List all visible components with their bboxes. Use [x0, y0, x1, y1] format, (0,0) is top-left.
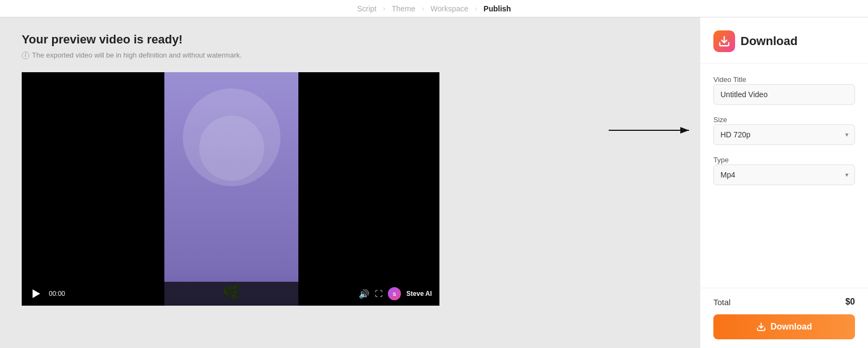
nav-chevron-2: ›: [422, 5, 424, 12]
time-display: 00:00: [49, 290, 65, 298]
main-layout: Your preview video is ready! i The expor…: [0, 17, 868, 348]
nav-workspace-label: Workspace: [431, 4, 469, 13]
preview-subtitle-text: The exported video will be in high defin…: [32, 51, 242, 59]
nav-chevron-3: ›: [475, 5, 477, 12]
type-select-wrapper: Mp4 Webm Gif ▾: [713, 164, 855, 185]
top-navigation: Script › Theme › Workspace › Publish: [0, 0, 868, 17]
branding-text: Steve AI: [406, 290, 432, 298]
video-title-input[interactable]: [713, 84, 855, 105]
total-label: Total: [713, 298, 731, 307]
download-button-label: Download: [770, 322, 812, 332]
size-select-wrapper: HD 720p HD 1080p SD 480p 4K ▾: [713, 124, 855, 145]
size-label: Size: [713, 116, 727, 124]
type-label: Type: [713, 156, 729, 164]
content-area: Your preview video is ready! i The expor…: [0, 17, 700, 348]
nav-chevron-1: ›: [383, 5, 385, 12]
video-center-content: [164, 72, 298, 273]
panel-footer: Total $0 Download: [700, 288, 868, 348]
nav-script-label: Script: [357, 4, 376, 13]
download-button[interactable]: Download: [713, 314, 855, 339]
preview-subtitle: i The exported video will be in high def…: [22, 51, 678, 59]
panel-title: Download: [741, 34, 797, 48]
info-icon: i: [22, 52, 29, 59]
download-btn-icon: [756, 322, 766, 332]
nav-workspace[interactable]: Workspace: [431, 4, 469, 13]
play-icon: [33, 289, 40, 298]
video-title-label: Video Title: [713, 75, 746, 84]
nav-publish-label: Publish: [483, 4, 511, 13]
nav-publish[interactable]: Publish: [483, 4, 511, 13]
total-value: $0: [845, 297, 855, 307]
play-button[interactable]: [29, 287, 43, 301]
video-controls-bar: 00:00 🔊 ⛶ S: [22, 282, 439, 306]
video-right-black: [298, 72, 439, 306]
type-select[interactable]: Mp4 Webm Gif: [713, 164, 855, 185]
panel-body: Video Title Size HD 720p HD 1080p SD 480…: [700, 64, 868, 288]
right-panel: Download Video Title Size HD 720p HD 108…: [700, 17, 868, 348]
video-left-black: [22, 72, 164, 306]
total-row: Total $0: [713, 297, 855, 307]
svg-text:S: S: [393, 292, 396, 297]
nav-theme[interactable]: Theme: [392, 4, 416, 13]
video-player[interactable]: 🌿 00:00 🔊 ⛶: [22, 72, 439, 306]
avatar: S: [388, 287, 401, 300]
preview-title: Your preview video is ready!: [22, 33, 678, 47]
expand-icon[interactable]: ⛶: [375, 289, 382, 298]
nav-script[interactable]: Script: [357, 4, 376, 13]
panel-header: Download: [700, 17, 868, 64]
nav-theme-label: Theme: [392, 4, 416, 13]
size-select[interactable]: HD 720p HD 1080p SD 480p 4K: [713, 124, 855, 145]
download-icon-box: [713, 30, 735, 52]
video-center-purple: 🌿: [164, 72, 298, 306]
volume-icon[interactable]: 🔊: [359, 289, 369, 299]
